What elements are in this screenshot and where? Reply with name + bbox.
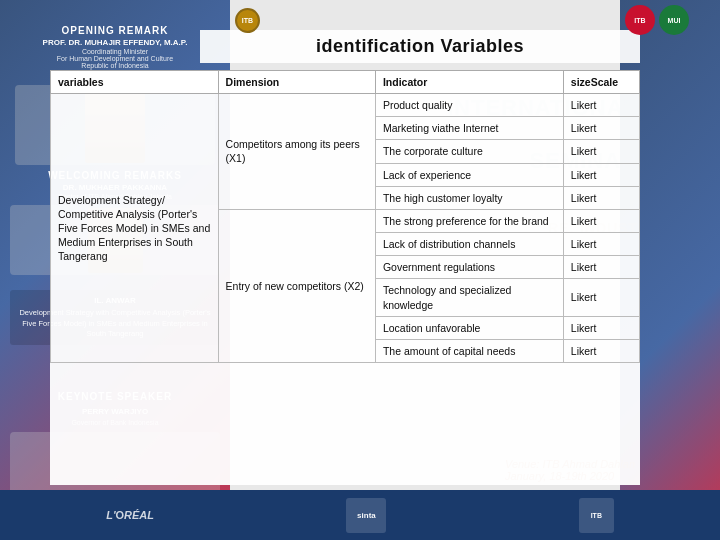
bottom-bar: L'ORÉAL sinta ITB [0,490,720,540]
scale-8: Likert [571,261,597,273]
republic: Republic of Indonesia [10,62,220,69]
for-human: For Human Development and Culture [10,55,220,62]
cell-indicator-11: The amount of capital needs [375,339,563,362]
scale-5: Likert [571,192,597,204]
cell-indicator-3: The corporate culture [375,140,563,163]
scale-6: Likert [571,215,597,227]
cell-dimension-2: Entry of new competitors (X2) [218,209,375,362]
indicator-1: Product quality [383,99,452,111]
bottom-logo-2-text: sinta [357,511,376,520]
dimension-text-2: Entry of new competitors (X2) [226,280,364,292]
bottom-logo-3-text: ITB [591,512,602,519]
page-title: identification Variables [200,30,640,63]
cell-indicator-2: Marketing viathe Internet [375,117,563,140]
cell-indicator-6: The strong preference for the brand [375,209,563,232]
cell-indicator-1: Product quality [375,94,563,117]
indicator-4: Lack of experience [383,169,471,181]
scale-9: Likert [571,291,597,303]
cell-scale-2: Likert [563,117,639,140]
cell-scale-7: Likert [563,233,639,256]
cell-variables-main: Development Strategy/ Competitive Analys… [51,94,219,363]
indicator-2: Marketing viathe Internet [383,122,499,134]
cell-scale-8: Likert [563,256,639,279]
indicator-6: The strong preference for the brand [383,215,549,227]
cell-indicator-4: Lack of experience [375,163,563,186]
scale-2: Likert [571,122,597,134]
scale-7: Likert [571,238,597,250]
scale-4: Likert [571,169,597,181]
itb-logo-small: ITB [235,8,260,33]
cell-scale-6: Likert [563,209,639,232]
indicator-7: Lack of distribution channels [383,238,516,250]
scale-11: Likert [571,345,597,357]
indicator-11: The amount of capital needs [383,345,516,357]
cell-indicator-7: Lack of distribution channels [375,233,563,256]
table-row: Development Strategy/ Competitive Analys… [51,94,640,117]
bottom-logo-3: ITB [579,498,614,533]
variables-table: variables Dimension Indicator sizeScale … [50,70,640,363]
cell-scale-10: Likert [563,316,639,339]
opening-remark-section: OPENING REMARK PROF. DR. MUHAJIR EFFENDY… [10,25,220,69]
cell-indicator-10: Location unfavorable [375,316,563,339]
cell-scale-3: Likert [563,140,639,163]
scale-10: Likert [571,322,597,334]
header-dimension: Dimension [218,71,375,94]
indicator-5: The high customer loyalty [383,192,503,204]
indicator-3: The corporate culture [383,145,483,157]
cell-scale-9: Likert [563,279,639,316]
cell-scale-11: Likert [563,339,639,362]
cell-scale-5: Likert [563,186,639,209]
loreal-text: L'ORÉAL [106,509,154,521]
table-header-row: variables Dimension Indicator sizeScale [51,71,640,94]
cell-dimension-1: Competitors among its peers (X1) [218,94,375,210]
header-variables: variables [51,71,219,94]
prof-name: PROF. DR. MUHAJIR EFFENDY, M.A.P. [10,38,220,47]
main-table-container: variables Dimension Indicator sizeScale … [50,70,640,485]
cell-scale-4: Likert [563,163,639,186]
header-scale: sizeScale [563,71,639,94]
indicator-9: Technology and specialized knowledge [383,284,511,310]
right-logos: ITB MUI [625,5,715,35]
scale-3: Likert [571,145,597,157]
scale-1: Likert [571,99,597,111]
variables-text: Development Strategy/ Competitive Analys… [58,194,210,263]
cell-indicator-5: The high customer loyalty [375,186,563,209]
logo-circle-2: MUI [659,5,689,35]
indicator-8: Government regulations [383,261,495,273]
bottom-logo-loreal: L'ORÉAL [106,509,154,521]
cell-scale-1: Likert [563,94,639,117]
cell-indicator-9: Technology and specialized knowledge [375,279,563,316]
opening-remark-label: OPENING REMARK [10,25,220,36]
logo-circle-1: ITB [625,5,655,35]
minister-title: Coordinating Minister [10,48,220,55]
dimension-text-1: Competitors among its peers (X1) [226,138,360,164]
bottom-logo-2: sinta [346,498,386,533]
indicator-10: Location unfavorable [383,322,481,334]
header-indicator: Indicator [375,71,563,94]
cell-indicator-8: Government regulations [375,256,563,279]
